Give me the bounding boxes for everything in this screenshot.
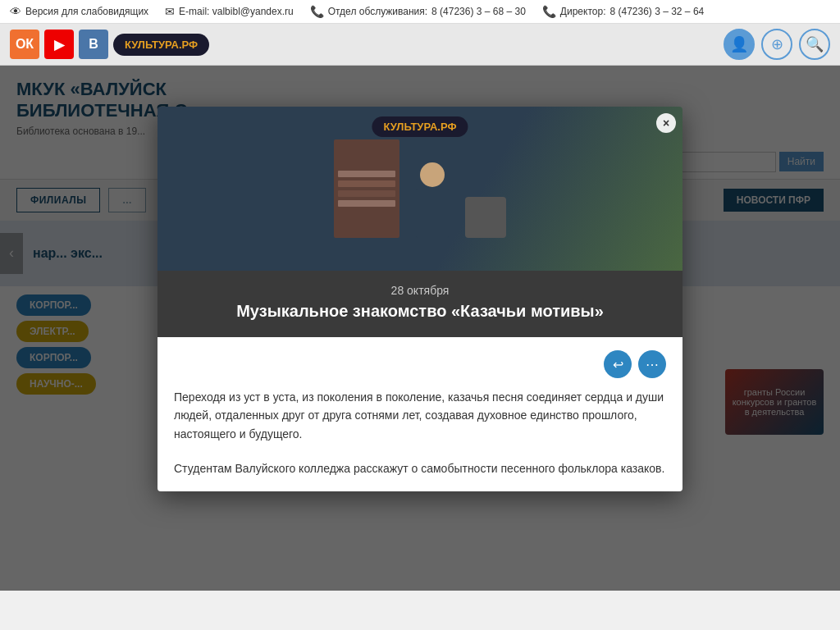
director-label: Директор: [560,6,606,17]
share-button-2[interactable]: ⋯ [638,350,666,378]
service-label: Отдел обслуживания: [328,6,427,17]
main-area: МКУК «ВАЛУЙСК БИБЛИОТЕЧНАЯ С Библиотека … [0,66,840,591]
share-button-1[interactable]: ↩ [604,350,632,378]
director-phone-number: 8 (47236) 3 – 32 – 64 [609,6,704,17]
youtube-button[interactable]: ▶ [44,30,74,59]
modal-share-row: ↩ ⋯ [174,350,666,378]
modal-date-section: 28 октября Музыкальное знакомство «Казач… [158,271,682,337]
modal-box: КУЛЬТУРА.РФ × 28 октября Музыкальное зна… [158,107,682,491]
phone-icon: 📞 [310,5,324,18]
email-contact: ✉ E-mail: valbibl@yandex.ru [165,5,294,18]
service-phone-number: 8 (47236) 3 – 68 – 30 [431,6,526,17]
search-icon-button[interactable]: 🔍 [799,29,830,60]
vision-label: Версия для слабовидящих [25,6,148,17]
user-icon-button[interactable]: 👤 [724,29,755,60]
top-bar: 👁 Версия для слабовидящих ✉ E-mail: valb… [0,0,840,24]
header-icons: 👤 ⊕ 🔍 [724,29,830,60]
modal-body: ↩ ⋯ Переходя из уст в уста, из поколения… [158,337,682,491]
modal-cultura-logo: КУЛЬТУРА.РФ [372,116,468,137]
email-icon: ✉ [165,5,175,18]
social-bar: ОК ▶ В КУЛЬТУРА.РФ 👤 ⊕ 🔍 [0,24,840,66]
phone2-icon: 📞 [542,5,556,18]
compass-icon-button[interactable]: ⊕ [761,29,792,60]
modal-text-paragraph2: Студентам Валуйского колледжа расскажут … [174,459,666,477]
cultura-button[interactable]: КУЛЬТУРА.РФ [113,34,209,56]
modal-date: 28 октября [174,284,666,297]
modal-overlay[interactable]: КУЛЬТУРА.РФ × 28 октября Музыкальное зна… [0,66,840,591]
email-label: E-mail: valbibl@yandex.ru [179,6,294,17]
modal-close-button[interactable]: × [656,113,676,133]
modal-image-section: КУЛЬТУРА.РФ × [158,107,682,271]
eye-icon: 👁 [10,5,21,18]
vision-accessibility[interactable]: 👁 Версия для слабовидящих [10,5,148,18]
modal-text-paragraph1: Переходя из уст в уста, из поколения в п… [174,388,666,443]
vk-button[interactable]: В [79,30,108,59]
odnoklassniki-button[interactable]: ОК [10,30,39,59]
service-phone: 📞 Отдел обслуживания: 8 (47236) 3 – 68 –… [310,5,526,18]
director-phone: 📞 Директор: 8 (47236) 3 – 32 – 64 [542,5,704,18]
modal-title: Музыкальное знакомство «Казачьи мотивы» [174,302,666,321]
